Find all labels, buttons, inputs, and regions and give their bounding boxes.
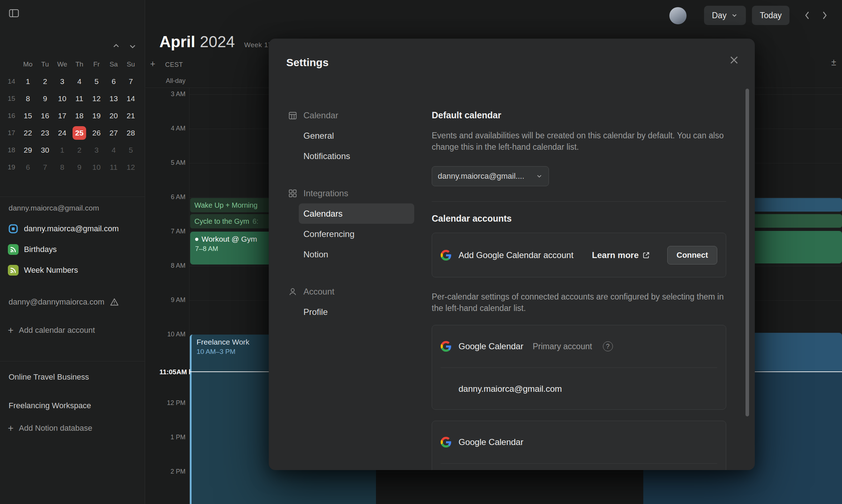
mini-calendar-day[interactable]: 3 <box>94 146 99 154</box>
subscription-calendar-icon <box>8 244 19 255</box>
mini-calendar-day[interactable]: 13 <box>109 94 118 103</box>
default-calendar-description: Events and availabilities will be create… <box>432 130 726 153</box>
secondary-account-row[interactable]: danny@dannymaiorca.com <box>9 295 119 309</box>
settings-content: Default calendar Events and availabiliti… <box>432 105 726 470</box>
week-number-label: Week 17 <box>244 41 272 49</box>
secondary-account-label: danny@dannymaiorca.com <box>9 297 104 307</box>
calendar-list-label: Week Numbers <box>24 266 78 275</box>
mini-calendar-week-number: 18 <box>8 146 15 154</box>
mini-calendar-day[interactable]: 7 <box>43 163 47 172</box>
nav-item-calendars[interactable]: Calendars <box>299 203 414 224</box>
nav-item-profile[interactable]: Profile <box>299 302 414 322</box>
nav-item-notifications[interactable]: Notifications <box>299 146 414 166</box>
mini-calendar-day[interactable]: 12 <box>92 94 100 103</box>
mini-calendar-day[interactable]: 21 <box>127 112 135 120</box>
mini-calendar-day[interactable]: 29 <box>24 146 32 154</box>
mini-calendar-day[interactable]: 18 <box>75 112 83 120</box>
nav-section-label: Account <box>303 287 335 297</box>
today-button[interactable]: Today <box>752 6 789 25</box>
account-group-header: danny.maiorca@gmail.com <box>9 204 99 212</box>
mini-calendar-day[interactable]: 12 <box>127 163 135 172</box>
help-icon[interactable]: ? <box>603 341 613 351</box>
mini-calendar-day[interactable]: 1 <box>60 146 64 154</box>
prev-day-icon[interactable] <box>803 10 811 21</box>
mini-calendar-day-header: Fr <box>93 60 100 68</box>
subscription-calendar-icon <box>8 265 19 276</box>
timezone-adjust-icon[interactable]: ± <box>831 57 836 68</box>
mini-calendar-day-header: Th <box>75 60 83 68</box>
mini-calendar-day[interactable]: 8 <box>60 163 64 172</box>
mini-calendar-day[interactable]: 6 <box>26 163 30 172</box>
primary-account-label: Primary account <box>533 342 592 351</box>
add-notion-database-label: Add Notion database <box>19 424 93 433</box>
mini-calendar-day[interactable]: 26 <box>92 129 100 137</box>
nav-section-label: Integrations <box>303 188 348 198</box>
mini-calendar-day[interactable]: 5 <box>94 77 99 86</box>
calendar-list-label: danny.maiorca@gmail.com <box>24 224 119 233</box>
mini-calendar: Mo Tu We Th Fr Sa Su 14 1 2 3 4 5 6 7 15… <box>4 56 139 176</box>
settings-modal: Settings Calendar General Notifications … <box>269 39 755 470</box>
mini-calendar-day[interactable]: 22 <box>24 129 32 137</box>
add-calendar-account-button[interactable]: + Add calendar account <box>8 323 95 337</box>
workspace-item[interactable]: Freelancing Workspace <box>9 401 91 410</box>
calendar-list-item-week-numbers[interactable]: Week Numbers <box>8 263 78 277</box>
mini-calendar-day[interactable]: 6 <box>112 77 116 86</box>
mini-calendar-day[interactable]: 23 <box>41 129 49 137</box>
mini-calendar-day[interactable]: 28 <box>127 129 135 137</box>
workspace-item[interactable]: Online Travel Business <box>9 372 89 382</box>
today-button-label: Today <box>760 11 782 20</box>
divider <box>189 88 189 504</box>
nav-item-general[interactable]: General <box>299 125 414 146</box>
mini-calendar-day-header: Sa <box>109 60 118 68</box>
nav-section-calendar: Calendar <box>284 105 406 125</box>
mini-calendar-prev-icon[interactable] <box>112 41 121 51</box>
mini-calendar-day[interactable]: 5 <box>129 146 133 154</box>
mini-calendar-day[interactable]: 10 <box>92 163 100 172</box>
modal-scrollbar[interactable] <box>746 89 749 416</box>
add-google-account-label: Add Google Calendar account <box>459 250 574 260</box>
mini-calendar-day[interactable]: 24 <box>58 129 66 137</box>
mini-calendar-day[interactable]: 10 <box>58 94 66 103</box>
nav-item-notion[interactable]: Notion <box>299 244 414 265</box>
nav-item-conferencing[interactable]: Conferencing <box>299 224 414 244</box>
add-timezone-button[interactable]: + <box>150 59 155 69</box>
next-day-icon[interactable] <box>821 10 828 21</box>
mini-calendar-day[interactable]: 19 <box>92 112 100 120</box>
mini-calendar-day[interactable]: 8 <box>26 94 30 103</box>
calendar-title: April 2024 Week 17 <box>159 33 272 51</box>
mini-calendar-day[interactable]: 4 <box>112 146 116 154</box>
mini-calendar-day[interactable]: 1 <box>26 77 30 86</box>
calendar-list-item-primary[interactable]: danny.maiorca@gmail.com <box>8 222 119 236</box>
mini-calendar-next-icon[interactable] <box>128 41 137 51</box>
nav-section-account: Account <box>284 281 406 302</box>
close-icon[interactable] <box>728 54 741 66</box>
default-calendar-select[interactable]: danny.maiorca@gmail.... <box>432 166 549 186</box>
divider <box>0 361 145 361</box>
mini-calendar-day[interactable]: 11 <box>110 163 118 172</box>
mini-calendar-week-number: 15 <box>8 95 15 103</box>
mini-calendar-day[interactable]: 20 <box>109 112 118 120</box>
view-selector-button[interactable]: Day <box>704 6 746 25</box>
learn-more-link[interactable]: Learn more <box>592 250 650 260</box>
mini-calendar-day[interactable]: 17 <box>58 112 66 120</box>
mini-calendar-day[interactable]: 7 <box>129 77 133 86</box>
mini-calendar-day[interactable]: 2 <box>77 146 81 154</box>
mini-calendar-week-number: 16 <box>8 112 15 120</box>
mini-calendar-day-selected[interactable]: 25 <box>73 126 86 140</box>
mini-calendar-day[interactable]: 30 <box>41 146 49 154</box>
mini-calendar-day[interactable]: 9 <box>43 94 47 103</box>
mini-calendar-day[interactable]: 9 <box>77 163 81 172</box>
mini-calendar-day[interactable]: 2 <box>43 77 47 86</box>
sidebar-toggle-icon[interactable] <box>8 8 20 19</box>
connect-button[interactable]: Connect <box>667 246 717 265</box>
mini-calendar-day[interactable]: 15 <box>24 112 32 120</box>
calendar-list-item-birthdays[interactable]: Birthdays <box>8 243 57 256</box>
mini-calendar-day[interactable]: 14 <box>127 94 135 103</box>
mini-calendar-day[interactable]: 4 <box>77 77 81 86</box>
mini-calendar-day[interactable]: 16 <box>41 112 49 120</box>
add-notion-database-button[interactable]: + Add Notion database <box>8 421 92 435</box>
mini-calendar-day[interactable]: 27 <box>109 129 118 137</box>
user-avatar[interactable] <box>669 7 687 24</box>
mini-calendar-day[interactable]: 11 <box>75 94 83 103</box>
mini-calendar-day[interactable]: 3 <box>60 77 64 86</box>
